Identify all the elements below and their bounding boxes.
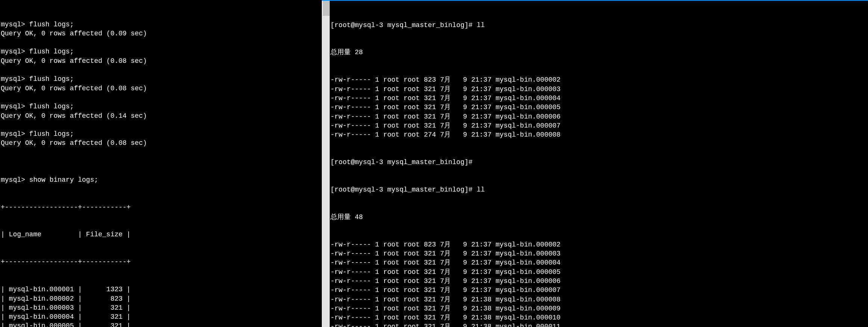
blank-line [1, 38, 321, 47]
mysql-cmd-line: mysql> flush logs; [1, 47, 321, 56]
terminal-left-pane[interactable]: mysql> flush logs;Query OK, 0 rows affec… [0, 0, 322, 327]
list-item: -rw-r----- 1 root root 321 7月 9 21:38 my… [330, 295, 867, 304]
mysql-cmd-line: mysql> flush logs; [1, 75, 321, 84]
terminal-right-pane[interactable]: [root@mysql-3 mysql_master_binlog]# ll 总… [330, 0, 868, 327]
table-row: | mysql-bin.000003 | 321 | [1, 303, 321, 312]
blank-line [1, 65, 321, 75]
list-item: -rw-r----- 1 root root 321 7月 9 21:37 my… [330, 277, 867, 286]
list-item: -rw-r----- 1 root root 823 7月 9 21:37 my… [330, 75, 867, 84]
table-body: | mysql-bin.000001 | 1323 || mysql-bin.0… [1, 285, 321, 327]
list-item: -rw-r----- 1 root root 274 7月 9 21:37 my… [330, 130, 867, 139]
list-item: -rw-r----- 1 root root 823 7月 9 21:37 my… [330, 240, 867, 249]
mysql-cmd-line: mysql> flush logs; [1, 129, 321, 138]
table-border-mid: +------------------+-----------+ [1, 257, 321, 266]
mysql-cmd-line: mysql> flush logs; [1, 20, 321, 29]
table-row: | mysql-bin.000002 | 823 | [1, 294, 321, 303]
file-listing: -rw-r----- 1 root root 823 7月 9 21:37 my… [330, 75, 867, 139]
mysql-result-line: Query OK, 0 rows affected (0.08 sec) [1, 56, 321, 65]
list-item: -rw-r----- 1 root root 321 7月 9 21:37 my… [330, 121, 867, 130]
mysql-result-line: Query OK, 0 rows affected (0.14 sec) [1, 111, 321, 120]
shell-prompt: [root@mysql-3 mysql_master_binlog]# [330, 158, 477, 166]
scroll-thumb[interactable] [323, 1, 330, 16]
list-item: -rw-r----- 1 root root 321 7月 9 21:37 my… [330, 268, 867, 277]
mysql-result-line: Query OK, 0 rows affected (0.08 sec) [1, 138, 321, 148]
total-line: 总用量 48 [330, 213, 867, 222]
table-row: | mysql-bin.000001 | 1323 | [1, 285, 321, 294]
mysql-show-cmd-line: mysql> show binary logs; [1, 175, 321, 184]
mysql-result-line: Query OK, 0 rows affected (0.09 sec) [1, 29, 321, 38]
total-line: 总用量 28 [330, 48, 867, 57]
list-item: -rw-r----- 1 root root 321 7月 9 21:37 my… [330, 112, 867, 121]
list-item: -rw-r----- 1 root root 321 7月 9 21:37 my… [330, 94, 867, 103]
shell-command: ll [477, 21, 485, 29]
shell-prompt-line: [root@mysql-3 mysql_master_binlog]# ll [330, 21, 867, 30]
table-header: | Log_name | File_size | [1, 230, 321, 239]
mysql-prompt: mysql> [1, 176, 29, 184]
list-item: -rw-r----- 1 root root 321 7月 9 21:37 my… [330, 258, 867, 267]
list-item: -rw-r----- 1 root root 321 7月 9 21:37 my… [330, 103, 867, 112]
table-border-top: +------------------+-----------+ [1, 203, 321, 212]
list-item: -rw-r----- 1 root root 321 7月 9 21:38 my… [330, 322, 867, 327]
shell-prompt: [root@mysql-3 mysql_master_binlog]# [330, 186, 477, 193]
shell-prompt-line: [root@mysql-3 mysql_master_binlog]# [330, 158, 867, 167]
blank-line [1, 120, 321, 129]
mysql-cmd-line: mysql> flush logs; [1, 102, 321, 111]
list-item: -rw-r----- 1 root root 321 7月 9 21:37 my… [330, 286, 867, 295]
shell-command: ll [477, 186, 485, 193]
shell-prompt: [root@mysql-3 mysql_master_binlog]# [330, 21, 477, 29]
mysql-result-line: Query OK, 0 rows affected (0.08 sec) [1, 84, 321, 93]
mysql-output-block: mysql> flush logs;Query OK, 0 rows affec… [1, 20, 321, 157]
pane-divider-scrollbar[interactable] [322, 0, 330, 327]
file-listing: -rw-r----- 1 root root 823 7月 9 21:37 my… [330, 240, 867, 327]
table-row: | mysql-bin.000004 | 321 | [1, 312, 321, 321]
table-row: | mysql-bin.000005 | 321 | [1, 321, 321, 327]
blank-line [1, 93, 321, 102]
list-item: -rw-r----- 1 root root 321 7月 9 21:37 my… [330, 249, 867, 258]
list-item: -rw-r----- 1 root root 321 7月 9 21:37 my… [330, 85, 867, 94]
blank-line [1, 148, 321, 157]
list-item: -rw-r----- 1 root root 321 7月 9 21:38 my… [330, 304, 867, 313]
shell-prompt-line: [root@mysql-3 mysql_master_binlog]# ll [330, 185, 867, 194]
mysql-command: show binary logs; [29, 176, 98, 184]
list-item: -rw-r----- 1 root root 321 7月 9 21:38 my… [330, 313, 867, 322]
